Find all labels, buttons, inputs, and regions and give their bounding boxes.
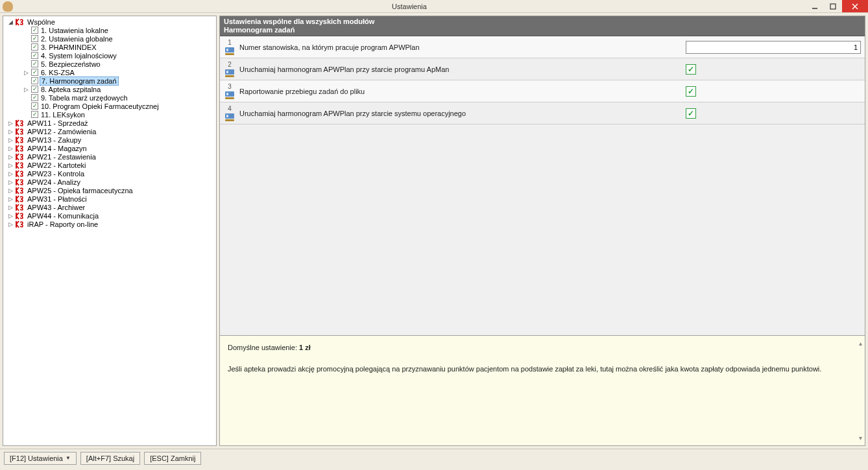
checkbox-icon[interactable] — [31, 111, 38, 118]
tree-label: iRAP - Raporty on-line — [26, 220, 99, 228]
tree-label: APW25 - Opieka farmaceutyczna — [26, 187, 134, 194]
expander-icon[interactable]: ◢ — [7, 18, 14, 25]
tree-item[interactable]: 1. Ustawienia lokalne — [3, 26, 216, 34]
ks-icon — [16, 178, 25, 186]
checkbox-icon[interactable] — [31, 52, 38, 59]
checkbox-icon[interactable] — [31, 102, 38, 110]
expander-icon[interactable]: ▷ — [7, 161, 14, 169]
close-button[interactable] — [842, 0, 868, 12]
expander-icon[interactable]: ▷ — [23, 86, 30, 93]
tree-root-wspolne[interactable]: ◢ Wspólne — [3, 18, 216, 26]
footer-settings-label: [F12] Ustawienia — [10, 454, 63, 462]
tree-module[interactable]: ▷APW14 - Magazyn — [3, 144, 216, 152]
tree-label: APW13 - Zakupy — [26, 136, 82, 144]
tree-item[interactable]: ▷6. KS-ZSA — [3, 68, 216, 76]
setting-row: 3 Raportowanie przebiegu zadań do pliku — [220, 80, 865, 102]
window-buttons — [806, 0, 868, 12]
expander-icon[interactable]: ▷ — [23, 69, 30, 76]
footer-close-button[interactable]: [ESC] Zamknij — [144, 452, 201, 465]
expander-icon[interactable]: ▷ — [7, 212, 14, 219]
settings-panel: Ustawienia wspólne dla wszyskich modułów… — [219, 16, 865, 336]
row-number: 3 — [228, 83, 232, 90]
expander-icon[interactable]: ▷ — [7, 195, 14, 202]
ks-icon — [16, 18, 25, 26]
workstation-icon — [225, 69, 234, 77]
footer-close-label: [ESC] Zamknij — [150, 454, 195, 462]
expander-icon[interactable]: ▷ — [7, 119, 14, 126]
tree-item[interactable]: 11. LEKsykon — [3, 110, 216, 119]
tree-module[interactable]: ▷APW11 - Sprzedaż — [3, 119, 216, 127]
footer-search-button[interactable]: [Alt+F7] Szukaj — [80, 452, 140, 465]
tree-item[interactable]: 4. System lojalnościowy — [3, 51, 216, 60]
checkbox-icon[interactable] — [31, 69, 38, 76]
expander-icon[interactable]: ▷ — [7, 178, 14, 185]
tree-module[interactable]: ▷APW21 - Zestawienia — [3, 152, 216, 161]
expander-icon[interactable]: ▷ — [7, 153, 14, 160]
checkbox-icon[interactable] — [31, 77, 38, 84]
scroll-up-icon[interactable]: ▴ — [859, 338, 862, 348]
ks-icon — [16, 220, 25, 228]
setting-checkbox[interactable] — [686, 108, 696, 119]
setting-text-input[interactable] — [686, 41, 861, 54]
tree-module[interactable]: ▷APW25 - Opieka farmaceutyczna — [3, 186, 216, 194]
checkbox-icon[interactable] — [31, 94, 38, 101]
tree-item[interactable]: 10. Program Opieki Farmaceutycznej — [3, 102, 216, 110]
tree-module[interactable]: ▷APW13 - Zakupy — [3, 135, 216, 144]
tree-item[interactable]: 9. Tabela marż urzędowych — [3, 93, 216, 102]
settings-header: Ustawienia wspólne dla wszyskich modułów… — [220, 16, 865, 36]
tree-item[interactable]: 2. Ustawienia globalne — [3, 34, 216, 43]
tree-label: 6. KS-ZSA — [40, 69, 76, 76]
minimize-button[interactable] — [806, 0, 824, 12]
tree-label: 4. System lojalnościowy — [40, 52, 118, 60]
ks-icon — [16, 145, 25, 152]
ks-icon — [16, 212, 25, 220]
checkbox-icon[interactable] — [31, 60, 38, 67]
tree-label: APW12 - Zamówienia — [26, 128, 97, 135]
tree-module[interactable]: ▷APW31 - Płatności — [3, 194, 216, 203]
info-panel: ▴ ▾ Domyślne ustawienie: 1 zł Jeśli apte… — [219, 336, 865, 446]
ks-icon — [16, 204, 25, 211]
expander-icon[interactable]: ▷ — [7, 170, 14, 177]
expander-icon[interactable]: ▷ — [7, 136, 14, 143]
tree-label: 5. Bezpieczeństwo — [40, 60, 102, 68]
tree-module[interactable]: ▷APW23 - Kontrola — [3, 169, 216, 178]
tree-label: APW11 - Sprzedaż — [26, 119, 90, 127]
checkbox-icon[interactable] — [31, 27, 38, 34]
expander-icon[interactable]: ▷ — [7, 145, 14, 152]
checkbox-icon[interactable] — [31, 86, 38, 93]
tree-label: APW31 - Płatności — [26, 195, 88, 203]
tree-item[interactable]: 5. Bezpieczeństwo — [3, 60, 216, 68]
tree-label: Wspólne — [26, 18, 56, 26]
tree-module[interactable]: ▷APW24 - Analizy — [3, 178, 216, 186]
footer: [F12] Ustawienia ▼ [Alt+F7] Szukaj [ESC]… — [0, 449, 868, 467]
tree-module[interactable]: ▷APW44 - Komunikacja — [3, 211, 216, 220]
setting-checkbox[interactable] — [686, 64, 696, 75]
ks-icon — [16, 161, 25, 169]
tree-module[interactable]: ▷APW12 - Zamówienia — [3, 127, 216, 135]
tree-item-selected[interactable]: 7. Harmonogram zadań — [3, 76, 216, 85]
ks-icon — [16, 119, 25, 127]
default-value: 1 zł — [299, 344, 311, 351]
tree-panel[interactable]: ◢ Wspólne 1. Ustawienia lokalne 2. Ustaw… — [3, 16, 217, 446]
tree-module[interactable]: ▷iRAP - Raporty on-line — [3, 220, 216, 228]
expander-icon[interactable]: ▷ — [7, 187, 14, 194]
setting-row: 1 Numer stanowiska, na którym pracuje pr… — [220, 36, 865, 58]
expander-icon[interactable]: ▷ — [7, 204, 14, 211]
setting-checkbox[interactable] — [686, 86, 696, 97]
titlebar: Ustawienia — [0, 0, 868, 13]
tree-item[interactable]: ▷8. Apteka szpitalna — [3, 85, 216, 93]
tree-label: APW24 - Analizy — [26, 178, 82, 186]
tree-label: 10. Program Opieki Farmaceutycznej — [40, 102, 160, 110]
checkbox-icon[interactable] — [31, 35, 38, 42]
tree-module[interactable]: ▷APW22 - Kartoteki — [3, 161, 216, 169]
checkbox-icon[interactable] — [31, 43, 38, 51]
tree-module[interactable]: ▷APW43 - Archiwer — [3, 203, 216, 211]
footer-search-label: [Alt+F7] Szukaj — [86, 454, 134, 462]
expander-icon[interactable]: ▷ — [7, 128, 14, 135]
footer-settings-button[interactable]: [F12] Ustawienia ▼ — [4, 452, 77, 465]
tree-item[interactable]: 3. PHARMINDEX — [3, 43, 216, 51]
expander-icon[interactable]: ▷ — [7, 220, 14, 228]
maximize-button[interactable] — [824, 0, 842, 12]
scroll-down-icon[interactable]: ▾ — [859, 433, 862, 443]
setting-row: 4 Uruchamiaj harmonogram APWPlan przy st… — [220, 102, 865, 124]
